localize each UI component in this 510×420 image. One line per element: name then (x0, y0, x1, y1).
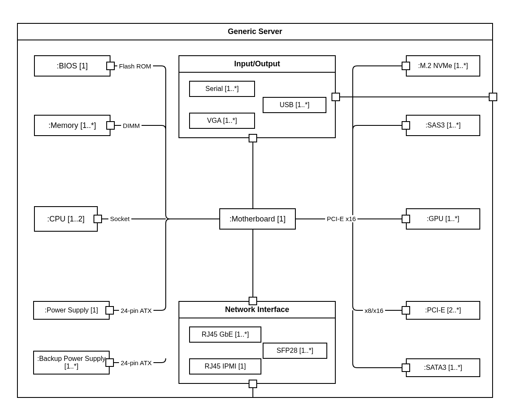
edge-label-atx1: 24-pin ATX (119, 307, 153, 314)
edge-label-x8x16: x8/x16 (363, 307, 385, 314)
component-m2-nvme: :M.2 NVMe [1..*] (406, 55, 480, 77)
component-motherboard: :Motherboard [1] (219, 208, 296, 230)
edge-label-socket: Socket (108, 215, 131, 222)
edge-label-dimm: DIMM (121, 122, 142, 129)
port-sas3 (402, 121, 410, 130)
component-cpu: :CPU [1..2] (34, 206, 98, 232)
component-pcie: :PCI-E [2..*] (406, 301, 480, 320)
component-memory: :Memory [1..*] (34, 115, 110, 136)
io-title: Input/Output (179, 56, 335, 73)
net-part-sfp28: SFP28 [1..*] (263, 343, 327, 359)
edge-label-atx2: 24-pin ATX (119, 359, 153, 366)
io-part-usb: USB [1..*] (263, 97, 326, 113)
component-sas3: :SAS3 [1..*] (406, 115, 480, 136)
port-gpu (402, 215, 410, 223)
net-part-rj45-ipmi: RJ45 IPMI [1] (189, 358, 261, 375)
port-net-bottom (249, 380, 257, 388)
port-memory (106, 121, 115, 130)
component-backup-power-supply: :Backup Power Supply [1..*] (33, 351, 110, 375)
edge-label-pcie-x16: PCI-E x16 (325, 215, 357, 222)
component-power-supply: :Power Supply [1] (33, 301, 110, 320)
edge-label-flash-rom: Flash ROM (117, 62, 153, 70)
port-io-right (332, 93, 340, 101)
port-pcie (402, 306, 410, 315)
component-gpu: :GPU [1..*] (406, 208, 480, 230)
frame-title: Generic Server (18, 24, 492, 40)
component-sata3: :SATA3 [1..*] (406, 358, 480, 377)
port-sata3 (402, 363, 410, 372)
io-part-serial: Serial [1..*] (189, 81, 255, 97)
component-bios: :BIOS [1] (34, 55, 110, 77)
port-net-top (249, 297, 257, 305)
net-title: Network Interface (179, 302, 335, 318)
port-backup-power-supply (105, 358, 114, 367)
port-m2-nvme (402, 62, 410, 70)
port-power-supply (105, 306, 114, 315)
port-cpu (94, 215, 102, 223)
net-part-rj45-gbe: RJ45 GbE [1..*] (189, 326, 261, 343)
io-part-vga: VGA [1..*] (189, 113, 255, 129)
port-io-bottom (249, 134, 257, 142)
port-frame-right (489, 93, 497, 101)
port-bios (106, 62, 115, 70)
